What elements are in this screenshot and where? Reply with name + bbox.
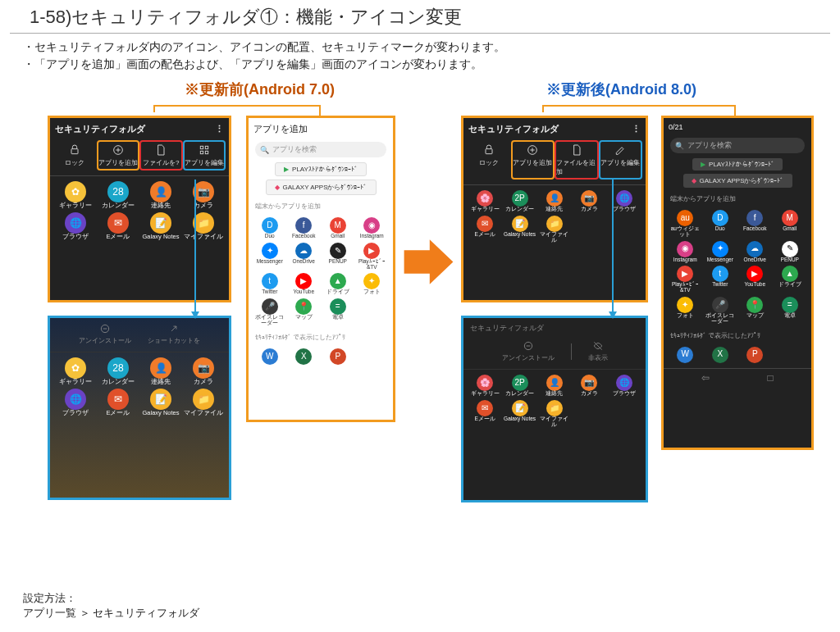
uninstall-button[interactable]: アンインストール [502, 340, 555, 362]
section-secure: ｾｷｭﾘﾃｨﾌｫﾙﾀﾞ で表示にしたｱﾌﾟﾘ [664, 330, 811, 342]
add-app-button[interactable]: アプリを追加 [511, 140, 555, 180]
search-input[interactable]: 🔍アプリを検索 [670, 138, 805, 153]
app-icon[interactable]: ✿ ギャラリー [55, 181, 96, 209]
nav-back-icon[interactable]: ⇦ [701, 372, 710, 384]
app-icon[interactable]: 🌐 ブラウザ [608, 190, 641, 212]
app-icon[interactable]: ✎ PENUP [774, 241, 807, 263]
search-input[interactable]: 🔍アプリを検索 [255, 142, 386, 157]
app-icon[interactable]: 📷 カメラ [573, 375, 605, 397]
app-icon[interactable]: ✦ フォト [356, 273, 389, 295]
app-icon[interactable]: D Duo [253, 217, 286, 239]
app-icon[interactable]: au auウィジェット [669, 210, 702, 238]
app-icon[interactable]: 👤 連絡先 [140, 181, 181, 209]
app-label: カレンダー [102, 202, 135, 209]
app-icon[interactable]: P [322, 348, 354, 365]
app-label: 電卓 [784, 313, 796, 319]
app-icon[interactable]: 📁 マイファイル [183, 212, 224, 240]
app-icon[interactable]: 📁 マイファイル [183, 389, 224, 416]
add-app-button[interactable]: アプリを追加 [97, 140, 140, 171]
app-icon[interactable]: 👤 連絡先 [140, 357, 181, 385]
app-icon[interactable]: ▶ Playﾑｰﾋﾞｰ&TV [356, 243, 389, 271]
arrow-icon [402, 235, 455, 291]
shortcut-button[interactable]: ショートカットを [148, 323, 200, 345]
uninstall-button[interactable]: アンインストール [79, 323, 131, 345]
app-icon[interactable]: ✦ フォト [669, 297, 702, 325]
app-icon[interactable]: 📝 Galaxy Notes [140, 389, 181, 416]
app-icon[interactable]: = 電卓 [774, 297, 807, 325]
play-store-button[interactable]: ▶PLAYｽﾄｱからﾀﾞｳﾝﾛｰﾄﾞ [692, 158, 783, 171]
app-icon[interactable]: f Facebook [738, 210, 772, 238]
app-icon[interactable]: 📷 カメラ [573, 190, 605, 212]
app-label: フォト [677, 313, 694, 319]
app-icon[interactable]: 🌐 ブラウザ [55, 389, 96, 416]
galaxy-apps-button[interactable]: ◆GALAXY APPSからﾀﾞｳﾝﾛｰﾄﾞ [683, 174, 792, 188]
app-icon[interactable]: 2P カレンダー [503, 375, 536, 397]
app-icon[interactable]: ◉ Instagram [356, 217, 389, 239]
app-label: ドライブ [326, 289, 349, 295]
app-icon[interactable]: 📁 マイファイル [538, 216, 571, 243]
edit-app-button[interactable]: アプリを編集 [599, 140, 643, 180]
app-icon[interactable]: ✉ Eメール [98, 212, 139, 240]
app-icon[interactable]: ▶ YouTube [288, 273, 321, 295]
app-icon[interactable]: 28 カレンダー [98, 357, 139, 385]
nav-home-icon[interactable]: □ [767, 372, 773, 384]
app-icon[interactable]: ▲ ドライブ [322, 273, 354, 295]
app-icon[interactable]: 📝 Galaxy Notes [140, 212, 181, 240]
app-icon[interactable]: 🎤 ボイスレコーダー [704, 297, 737, 325]
app-icon[interactable]: = 電卓 [322, 298, 354, 326]
app-icon[interactable]: X [704, 347, 737, 363]
app-icon[interactable]: 🌐 ブラウザ [55, 212, 96, 240]
app-icon[interactable]: W [253, 348, 286, 365]
app-icon[interactable]: ▶ YouTube [738, 266, 772, 293]
lock-button[interactable]: ロック [467, 140, 511, 180]
app-icon[interactable]: W [669, 347, 702, 363]
app-icon[interactable]: 🌸 ギャラリー [468, 190, 501, 212]
app-icon[interactable]: 📍 マップ [738, 297, 772, 325]
app-icon[interactable]: 📝 Galaxy Notes [503, 216, 536, 243]
app-icon[interactable]: ▶ Playﾑｰﾋﾞｰ&TV [669, 266, 702, 293]
section-from-device: 端末からアプリを追加 [664, 193, 811, 205]
app-icon[interactable]: M Gmail [774, 210, 807, 238]
menu-icon[interactable]: ⋮ [215, 124, 224, 134]
galaxy-apps-button[interactable]: ◆GALAXY APPSからﾀﾞｳﾝﾛｰﾄﾞ [266, 180, 377, 195]
add-file-button[interactable]: ファイルを追加 [555, 140, 599, 180]
app-icon[interactable]: ✿ ギャラリー [55, 357, 96, 385]
hide-button[interactable]: 非表示 [588, 340, 608, 362]
app-icon[interactable]: 📷 カメラ [183, 357, 224, 385]
app-icon[interactable]: t Twitter [704, 266, 737, 293]
app-icon[interactable]: ▲ ドライブ [774, 266, 807, 293]
app-icon[interactable]: ✦ Messenger [253, 243, 286, 271]
app-icon[interactable]: 2P カレンダー [503, 190, 536, 212]
app-icon[interactable]: 👤 連絡先 [538, 190, 571, 212]
app-icon[interactable]: ☁ OneDrive [288, 243, 321, 271]
app-icon[interactable]: 📁 マイファイル [538, 400, 571, 428]
app-icon[interactable]: ✉ Eメール [98, 389, 139, 416]
app-icon[interactable]: M Gmail [322, 217, 354, 239]
app-icon[interactable]: 📍 マップ [288, 298, 321, 326]
app-icon[interactable]: t Twitter [253, 273, 286, 295]
after-edit-apps: セキュリティフォルダ アンインストール 非表示 🌸 ギャラリー 2P カレンダー… [461, 316, 648, 502]
app-icon[interactable]: ✎ PENUP [322, 243, 354, 271]
app-icon[interactable]: P [738, 347, 772, 363]
app-label: カメラ [581, 391, 598, 397]
lock-button[interactable]: ロック [53, 140, 97, 171]
app-icon[interactable]: ◉ Instagram [669, 241, 702, 263]
app-icon[interactable]: X [288, 348, 321, 365]
add-file-button[interactable]: ファイルを? [139, 140, 183, 171]
app-icon[interactable]: ☁ OneDrive [738, 241, 772, 263]
app-icon[interactable]: 🌐 ブラウザ [608, 375, 641, 397]
play-store-button[interactable]: ▶PLAYｽﾄｱからﾀﾞｳﾝﾛｰﾄﾞ [275, 162, 367, 176]
menu-icon[interactable]: ⋮ [632, 124, 641, 134]
app-icon[interactable]: 🌸 ギャラリー [468, 375, 501, 397]
app-icon[interactable]: 👤 連絡先 [538, 375, 571, 397]
app-icon[interactable]: 28 カレンダー [98, 181, 139, 209]
app-icon[interactable]: ✉ Eメール [468, 216, 501, 243]
edit-app-button[interactable]: アプリを編集 [183, 140, 226, 171]
app-icon[interactable]: f Facebook [288, 217, 321, 239]
app-icon[interactable]: ✉ Eメール [468, 400, 501, 428]
app-icon[interactable]: 🎤 ボイスレコーダー [253, 298, 286, 326]
app-icon[interactable]: D Duo [704, 210, 737, 238]
app-icon[interactable]: 📷 カメラ [183, 181, 224, 209]
app-icon[interactable]: ✦ Messenger [704, 241, 737, 263]
app-icon[interactable]: 📝 Galaxy Notes [503, 400, 536, 428]
